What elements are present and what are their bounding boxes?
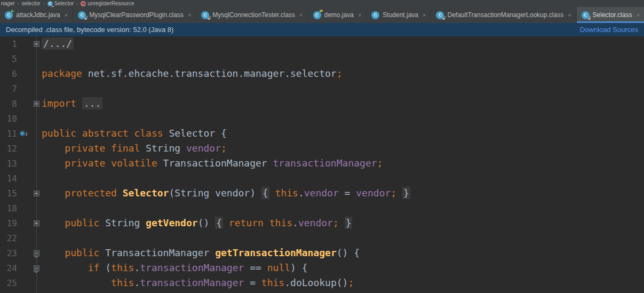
code-text[interactable]: public TransactionManager getTransaction… — [42, 246, 644, 260]
line-number: 25 — [0, 278, 17, 288]
lock-icon — [208, 18, 210, 20]
tab-label: attackJdbc.java — [16, 11, 60, 19]
breadcrumb-label: selector — [22, 1, 41, 6]
tab-label: Student.java — [383, 11, 418, 19]
line-number: 13 — [0, 159, 17, 169]
line-number: 7 — [0, 84, 17, 94]
line-number: 15 — [0, 188, 17, 199]
tab-label: demo.java — [324, 11, 354, 19]
fold-collapse-icon[interactable]: − — [34, 250, 39, 256]
breadcrumb-item-selector[interactable]: CSelector — [46, 1, 75, 6]
line-number: 24 — [0, 263, 17, 273]
code-line: 15+ protected Selector(String vendor) { … — [0, 186, 644, 201]
code-editor[interactable]: 1+/.../56package net.sf.ehcache.transact… — [0, 36, 644, 293]
editor-tab-demo-java[interactable]: Cdemo.java× — [308, 7, 367, 23]
code-line: 8+import ... — [0, 96, 644, 111]
line-number: 18 — [0, 203, 17, 213]
line-number: 10 — [0, 114, 17, 124]
code-text[interactable]: private final String vendor; — [42, 141, 644, 156]
code-line: 14 — [0, 171, 644, 186]
code-line: 10 — [0, 111, 644, 126]
code-line: 6package net.sf.ehcache.transaction.mana… — [0, 66, 644, 81]
down-arrow-icon: ↓ — [25, 131, 28, 136]
fold-expand-icon[interactable]: + — [34, 101, 39, 107]
code-line: 12 private final String vendor; — [0, 141, 644, 156]
breadcrumb-label: unregisterResource — [88, 1, 134, 6]
editor-tab-mysqlconnectiontester-class[interactable]: CMysqlConnectionTester.class× — [196, 7, 308, 23]
code-text[interactable]: if (this.transactionManager == null) { — [42, 260, 644, 275]
line-number: 11 — [0, 129, 17, 139]
code-line: 19+ public String getVendor() { return t… — [0, 216, 644, 231]
implemented-gutter-icon[interactable]: ↓ — [20, 131, 28, 136]
class-icon: C — [5, 11, 13, 19]
code-text[interactable]: this.transactionManager = this.doLookup(… — [42, 275, 644, 290]
class-icon: C — [47, 1, 53, 6]
code-line: 18 — [0, 201, 644, 216]
editor-tab-bar: CattackJdbc.java×CMysqlClearPasswordPlug… — [0, 7, 644, 23]
line-number: 23 — [0, 248, 17, 258]
code-text[interactable]: import ... — [42, 96, 644, 111]
class-icon: C — [313, 11, 321, 19]
code-line: 23− public TransactionManager getTransac… — [0, 246, 644, 260]
breadcrumb-separator: › — [76, 1, 78, 6]
class-icon: C — [201, 11, 209, 19]
fold-expand-icon[interactable]: + — [34, 191, 39, 196]
line-number: 8 — [0, 99, 17, 109]
tab-label: MysqlClearPasswordPlugin.class — [89, 11, 184, 19]
class-icon: C — [582, 11, 590, 19]
code-line: 24− if (this.transactionManager == null)… — [0, 260, 644, 275]
code-line: 25 this.transactionManager = this.doLook… — [0, 275, 644, 290]
lock-icon — [84, 18, 87, 20]
code-text[interactable]: private volatile TransactionManager tran… — [42, 156, 644, 171]
breadcrumb-item-nager[interactable]: nager — [0, 1, 16, 6]
download-sources-link[interactable]: Download Sources — [580, 26, 638, 34]
lock-icon — [588, 18, 591, 20]
class-icon: C — [78, 11, 86, 19]
code-line: 1+/.../ — [0, 36, 644, 51]
line-number: 5 — [0, 54, 17, 64]
breadcrumb-separator: › — [43, 1, 45, 6]
breadcrumb-item-selector[interactable]: selector — [21, 1, 42, 6]
editor-tab-defaulttransactionmanagerlookup-class[interactable]: CDefaultTransactionManagerLookup.class× — [431, 7, 576, 23]
code-text[interactable]: public abstract class Selector { — [42, 126, 644, 141]
class-icon: C — [436, 11, 444, 19]
tab-label: Selector.class — [593, 11, 632, 19]
line-number: 14 — [0, 173, 17, 184]
editor-tab-mysqlclearpasswordplugin-class[interactable]: CMysqlClearPasswordPlugin.class× — [73, 7, 196, 23]
tab-close-icon[interactable]: × — [358, 12, 361, 18]
run-arrow-icon — [11, 10, 14, 13]
line-number: 22 — [0, 233, 17, 243]
code-text[interactable]: public String getVendor() { return this.… — [42, 216, 644, 231]
editor-tab-attackjdbc-java[interactable]: CattackJdbc.java× — [0, 7, 73, 23]
breadcrumb-label: Selector — [54, 1, 74, 6]
tab-label: MysqlConnectionTester.class — [212, 11, 295, 19]
fold-expand-icon[interactable]: + — [34, 220, 39, 226]
code-text[interactable]: package net.sf.ehcache.transaction.manag… — [42, 66, 644, 81]
tab-close-icon[interactable]: × — [65, 12, 68, 18]
code-text[interactable]: protected Selector(String vendor) { this… — [42, 186, 644, 201]
code-line: 13 private volatile TransactionManager t… — [0, 156, 644, 171]
code-line: 7 — [0, 81, 644, 96]
decompiled-message: Decompiled .class file, bytecode version… — [6, 26, 173, 34]
editor-tab-selector-class[interactable]: CSelector.class× — [577, 7, 644, 23]
line-number: 6 — [0, 69, 17, 79]
line-number: 19 — [0, 218, 17, 228]
code-line: 11↓public abstract class Selector { — [0, 126, 644, 141]
tab-close-icon[interactable]: × — [188, 12, 191, 18]
tab-close-icon[interactable]: × — [299, 12, 303, 18]
code-text[interactable]: /.../ — [42, 36, 644, 51]
tab-close-icon[interactable]: × — [637, 12, 640, 18]
code-line: 5 — [0, 51, 644, 66]
class-icon: C — [371, 11, 379, 19]
decompiled-notification-banner: Decompiled .class file, bytecode version… — [0, 23, 644, 36]
lock-icon — [442, 18, 445, 20]
modified-dot-icon — [321, 10, 323, 12]
editor-tab-student-java[interactable]: CStudent.java× — [367, 7, 431, 23]
tab-close-icon[interactable]: × — [568, 12, 571, 18]
line-number: 12 — [0, 144, 17, 154]
tab-close-icon[interactable]: × — [423, 12, 426, 18]
fold-collapse-icon[interactable]: − — [34, 265, 39, 271]
breadcrumb-item-unregisterresource[interactable]: munregisterResource — [79, 1, 135, 6]
fold-expand-icon[interactable]: + — [34, 41, 39, 47]
method-icon: m — [81, 1, 86, 6]
